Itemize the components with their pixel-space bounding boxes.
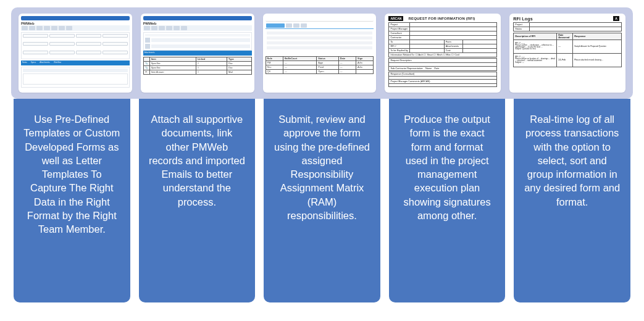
caption-text: Submit, review and approve the form usin…	[274, 112, 370, 222]
caption-row: Use Pre-Defined Templates or Custom Deve…	[11, 99, 633, 302]
doc-title: REQUEST FOR INFORMATION (RFI)	[408, 17, 475, 20]
caption-text: Produce the output form is the exact for…	[399, 112, 496, 222]
caption-step-1: Use Pre-Defined Templates or Custom Deve…	[14, 99, 130, 302]
caption-step-4: Produce the output form is the exact for…	[389, 99, 506, 302]
thumbnail-form-template: PMWeb NotesSpecsAttachmentsWorkflow	[19, 14, 132, 93]
doc-logo: ARCAN	[388, 16, 403, 21]
thumbnail-workflow: RoleBallInCourtStatusDateSign PM—Appr—Ad…	[263, 14, 377, 93]
doc-title: RFI Logs	[513, 17, 533, 21]
thumbnail-log-report: RFI Logs A Project Status Description of…	[509, 14, 625, 93]
smartart-process-diagram: PMWeb NotesSpecsAttachmentsWorkflow PMWe…	[11, 7, 633, 310]
doc-logo: A	[613, 16, 619, 21]
caption-step-5: Real-time log of all process transaction…	[514, 99, 630, 302]
thumbnail-output-form: ARCAN REQUEST FOR INFORMATION (RFI) Proj…	[385, 14, 501, 93]
caption-text: Use Pre-Defined Templates or Custom Deve…	[23, 112, 120, 236]
thumbnail-attachments: PMWeb Attachments ItemLinkedType 📎SpecSe…	[141, 14, 254, 93]
caption-step-2: Attach all supportive documents, link ot…	[139, 99, 256, 302]
caption-step-3: Submit, review and approve the form usin…	[264, 99, 380, 302]
thumbnail-row: PMWeb NotesSpecsAttachmentsWorkflow PMWe…	[11, 7, 633, 99]
caption-text: Real-time log of all process transaction…	[524, 112, 621, 209]
caption-text: Attach all supportive documents, link ot…	[149, 112, 246, 209]
